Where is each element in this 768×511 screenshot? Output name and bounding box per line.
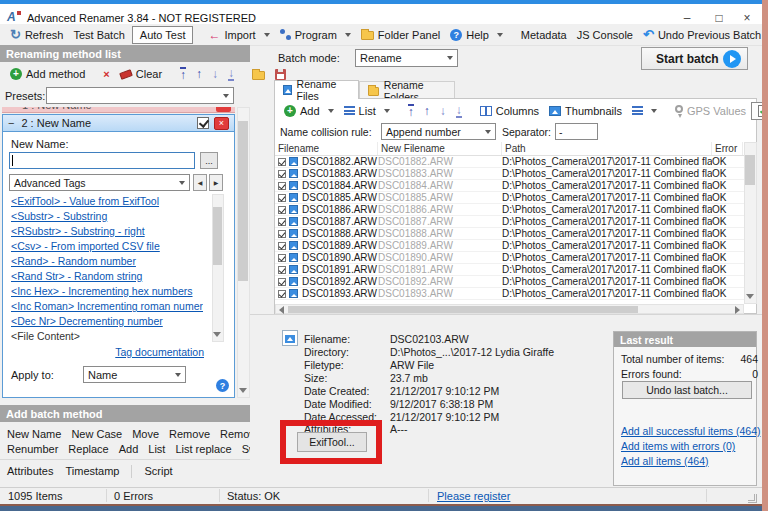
tag-file-content[interactable]: <File Content> (11, 329, 80, 344)
add-batch-method-link[interactable]: Script (144, 465, 172, 477)
js-console-button[interactable]: JS Console (572, 27, 638, 43)
scroll-down-icon[interactable] (239, 388, 247, 393)
table-horizontal-scrollbar[interactable] (275, 304, 744, 314)
table-row[interactable]: DSC01891.ARW DSC01891.ARW D:\Photos_Came… (275, 264, 744, 276)
load-preset-button[interactable] (247, 67, 270, 82)
scroll-down-icon[interactable] (213, 332, 221, 337)
resize-grip[interactable] (748, 494, 757, 503)
list-button[interactable]: List (339, 103, 395, 119)
last-result-link[interactable]: Add items with errors (0) (621, 439, 753, 454)
method-enabled-checkbox[interactable] (197, 117, 209, 129)
tags-scrollbar[interactable] (212, 194, 224, 342)
tag-link[interactable]: <Inc Roman> Incrementing roman numerals (11, 299, 203, 314)
remove-method-button[interactable]: × (98, 66, 114, 82)
row-checkbox[interactable] (278, 278, 286, 286)
move-down-button[interactable]: ↓ (207, 66, 223, 82)
tag-link[interactable]: <Csv> - From imported CSV file (11, 239, 203, 254)
add-batch-method-link[interactable]: Renumber (7, 443, 58, 455)
add-batch-method-link[interactable]: Timestamp (65, 465, 119, 477)
exiftool-button[interactable]: ExifTool... (297, 432, 367, 452)
move-bottom-button[interactable]: ↓ (223, 65, 239, 83)
table-row[interactable]: DSC01885.ARW DSC01885.ARW D:\Photos_Came… (275, 192, 744, 204)
tag-link[interactable]: <ExifTool> - Value from ExifTool (11, 194, 203, 209)
tags-prev-button[interactable]: ◀ (193, 174, 207, 191)
table-vertical-scrollbar[interactable] (744, 142, 757, 304)
tag-category-dropdown[interactable]: Advanced Tags (9, 174, 190, 191)
method-close-button[interactable]: × (214, 117, 229, 130)
tags-next-button[interactable]: ▶ (209, 174, 223, 191)
collapse-icon[interactable]: − (8, 117, 14, 129)
file-move-down-button[interactable]: ↓ (435, 103, 451, 119)
table-row[interactable]: DSC01882.ARW DSC01882.ARW D:\Photos_Came… (275, 156, 744, 168)
import-button[interactable]: ←Import (203, 26, 274, 44)
add-files-button[interactable]: +Add (279, 103, 339, 119)
last-result-link[interactable]: Add all items (464) (621, 454, 753, 469)
metadata-button[interactable]: Metadata (516, 27, 572, 43)
table-row[interactable]: DSC01890.ARW DSC01890.ARW D:\Photos_Came… (275, 252, 744, 264)
table-row[interactable]: DSC01888.ARW DSC01888.ARW D:\Photos_Came… (275, 228, 744, 240)
move-up-button[interactable]: ↑ (191, 66, 207, 82)
new-name-input[interactable] (9, 152, 195, 169)
add-batch-method-link[interactable]: Attributes (7, 465, 53, 477)
apply-to-dropdown[interactable]: Name (83, 366, 186, 383)
scroll-down-icon[interactable] (746, 294, 754, 299)
row-checkbox[interactable] (278, 170, 286, 178)
name-collision-rule-dropdown[interactable]: Append number (381, 123, 496, 140)
folder-panel-button[interactable]: Folder Panel (356, 27, 445, 43)
undo-previous-batch-button[interactable]: ↶Undo Previous Batch (638, 25, 766, 44)
please-register-link[interactable]: Please register (437, 490, 510, 502)
row-checkbox[interactable] (278, 206, 286, 214)
thumbnails-button[interactable]: Thumbnails (544, 103, 627, 119)
row-checkbox[interactable] (278, 266, 286, 274)
add-batch-method-link[interactable]: Remove (169, 428, 210, 440)
last-result-link[interactable]: Add all successful items (464) (621, 424, 753, 439)
method-list-scrollbar[interactable] (237, 107, 250, 398)
add-batch-method-link[interactable]: Move (132, 428, 159, 440)
table-row[interactable]: DSC01889.ARW DSC01889.ARW D:\Photos_Came… (275, 240, 744, 252)
scrollbar-thumb[interactable] (288, 306, 638, 313)
column-header-error[interactable]: Error (712, 142, 743, 155)
help-button[interactable]: ?Help (445, 27, 508, 43)
add-batch-method-link[interactable]: New Name (7, 428, 61, 440)
ellipsis-button[interactable]: ... (200, 152, 218, 169)
scroll-left-icon[interactable] (279, 306, 284, 314)
auto-test-button[interactable]: Auto Test (132, 26, 194, 44)
file-move-bottom-button[interactable]: ↓ (451, 102, 467, 120)
clear-methods-button[interactable]: Clear (115, 66, 167, 82)
row-checkbox[interactable] (278, 230, 286, 238)
row-checkbox[interactable] (278, 254, 286, 262)
tab-rename-folders[interactable]: Rename Folders (359, 81, 455, 99)
file-move-top-button[interactable]: ↑ (403, 102, 419, 120)
tab-rename-files[interactable]: Rename Files (274, 80, 359, 99)
add-batch-method-link[interactable]: New Case (71, 428, 122, 440)
row-checkbox[interactable] (278, 194, 286, 202)
tag-documentation-link[interactable]: Tag documentation (115, 346, 204, 358)
row-checkbox[interactable] (278, 242, 286, 250)
column-header-filename[interactable]: Filename (275, 142, 378, 155)
add-batch-method-link[interactable]: List replace (175, 443, 231, 455)
row-checkbox[interactable] (278, 182, 286, 190)
undo-last-batch-button[interactable]: Undo last batch... (622, 381, 752, 399)
tag-link[interactable]: <Dec Nr> Decrementing number (11, 314, 203, 329)
scroll-right-icon[interactable] (735, 306, 740, 314)
add-batch-method-link[interactable]: Replace (68, 443, 108, 455)
row-checkbox[interactable] (278, 218, 286, 226)
column-header-new-filename[interactable]: New Filename (378, 142, 502, 155)
row-checkbox[interactable] (278, 290, 286, 298)
tag-link[interactable]: <RSubstr> - Substring - right (11, 224, 203, 239)
column-header-path[interactable]: Path (502, 142, 712, 155)
tag-link[interactable]: <Substr> - Substring (11, 209, 203, 224)
program-button[interactable]: Program (275, 27, 356, 43)
tag-link[interactable]: <Inc Hex> - Incrementing hex numbers (11, 284, 203, 299)
columns-button[interactable]: Columns (475, 103, 544, 119)
table-row[interactable]: DSC01893.ARW DSC01893.ARW D:\Photos_Came… (275, 288, 744, 300)
scrollbar-thumb[interactable] (745, 155, 755, 185)
method-item-1-close[interactable] (216, 107, 231, 112)
table-row[interactable]: DSC01886.ARW DSC01886.ARW D:\Photos_Came… (275, 204, 744, 216)
refresh-button[interactable]: ↻Refresh (5, 25, 68, 44)
tag-link[interactable]: <Rand> - Random number (11, 254, 203, 269)
add-batch-method-link[interactable]: List (148, 443, 165, 455)
table-row[interactable]: DSC01884.ARW DSC01884.ARW D:\Photos_Came… (275, 180, 744, 192)
scrollbar-thumb[interactable] (213, 207, 222, 265)
scrollbar-thumb[interactable] (238, 121, 248, 281)
